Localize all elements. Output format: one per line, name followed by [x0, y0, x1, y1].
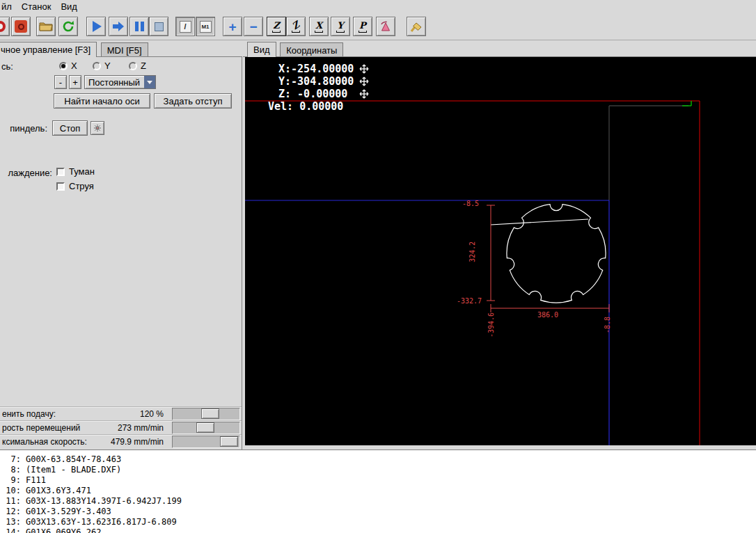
rotate-view-button[interactable]: [376, 17, 395, 36]
dim-bottom-left-label: -332.7: [457, 297, 482, 305]
toolbar: / M1 + − Z Z X: [0, 13, 756, 40]
zoom-in-button[interactable]: +: [223, 17, 242, 36]
gcode-line[interactable]: 11: G03X-13.883Y14.397I-6.942J7.199: [0, 496, 756, 507]
open-folder-icon: [39, 21, 53, 32]
gcode-line-number: 7:: [0, 454, 21, 465]
run-program-button[interactable]: [86, 17, 106, 36]
machine-power-button[interactable]: [11, 17, 31, 36]
max-velocity-slider-handle[interactable]: [220, 436, 238, 447]
max-velocity-value: 479.9 mm/min: [90, 437, 164, 447]
side-view-icon: X: [315, 21, 323, 33]
left-tabbar: чное управление [F3] MDI [F5]: [0, 42, 150, 56]
tab-manual-control[interactable]: чное управление [F3]: [0, 42, 97, 57]
stop-button[interactable]: [149, 17, 168, 36]
skip-lines-icon: /: [180, 21, 191, 33]
tab-dro[interactable]: Координаты: [280, 42, 343, 57]
jog-mode-value: Постоянный: [85, 77, 144, 88]
pause-button[interactable]: [129, 17, 149, 36]
gcode-line[interactable]: 9: F111: [0, 475, 756, 486]
gcode-line-number: 9:: [0, 475, 21, 486]
feed-override-slider[interactable]: [172, 408, 240, 420]
gcode-line[interactable]: 10: G01X3.6Y3.471: [0, 486, 756, 496]
rotate-cone-icon: [379, 20, 392, 33]
max-velocity-slider[interactable]: [172, 436, 240, 448]
zoom-in-icon: +: [228, 20, 236, 33]
feed-override-slider-handle[interactable]: [201, 408, 219, 419]
optional-stop-icon: M1: [200, 21, 212, 33]
linuxcnc-axis-window: йл Станок Вид: [0, 0, 756, 533]
jog-speed-value: 273 mm/min: [90, 423, 164, 433]
dim-right-label: -8.8: [604, 317, 611, 333]
jog-minus-button[interactable]: -: [54, 75, 67, 89]
axis-radio-z[interactable]: Z: [129, 61, 146, 71]
mist-label: Туман: [69, 166, 95, 177]
axis-radio-y[interactable]: Y: [93, 61, 111, 71]
step-arrow-icon: [111, 21, 125, 32]
gcode-line[interactable]: 12: G01X-3.529Y-3.403: [0, 507, 756, 517]
view-top-button[interactable]: Z: [267, 17, 286, 36]
menu-view[interactable]: Вид: [56, 0, 82, 13]
gcode-line-text: G01X6.069Y6.262: [26, 527, 101, 533]
preview-plot[interactable]: -8.5 324.2 -332.7 386.0 -394.6 -8.8 X:-2…: [245, 57, 756, 445]
step-button[interactable]: [109, 17, 128, 36]
rapid-moves: [245, 200, 609, 445]
tab-mdi[interactable]: MDI [F5]: [101, 42, 148, 57]
set-offset-button[interactable]: Задать отступ: [154, 93, 232, 109]
mist-checkbox-indicator: [56, 168, 65, 176]
power-icon: [15, 20, 27, 33]
gcode-line-number: 13:: [0, 517, 21, 527]
dim-height-label: 324.2: [468, 241, 476, 262]
optional-stop-toggle[interactable]: M1: [196, 17, 215, 36]
jog-plus-button[interactable]: +: [69, 75, 81, 89]
preview-canvas[interactable]: -8.5 324.2 -332.7 386.0 -394.6 -8.8 X:-2…: [245, 57, 756, 445]
feed-override-row: енить подачу: 120 %: [0, 406, 242, 420]
axis-radio-x[interactable]: X: [59, 61, 77, 71]
right-tabbar: Вид Координаты: [247, 42, 345, 56]
reload-file-button[interactable]: [58, 17, 78, 36]
jog-speed-slider[interactable]: [172, 422, 240, 434]
top-view-icon: Z: [272, 21, 281, 33]
jog-mode-dropdown[interactable]: Постоянный: [84, 75, 156, 89]
mist-checkbox[interactable]: Туман: [56, 166, 95, 177]
home-axis-button[interactable]: Найти начало оси: [54, 93, 150, 109]
gcode-line[interactable]: 14: G01X6.069Y6.262: [0, 527, 756, 533]
gcode-line[interactable]: 7: G00X-63.854Y-78.463: [0, 454, 756, 465]
tab-preview[interactable]: Вид: [247, 42, 276, 57]
rotated-top-view-icon: Z: [292, 21, 300, 33]
flood-checkbox[interactable]: Струя: [56, 181, 94, 191]
skip-lines-toggle[interactable]: /: [175, 17, 195, 36]
estop-icon: [0, 21, 6, 32]
pause-icon: [135, 22, 144, 31]
zoom-out-button[interactable]: −: [244, 17, 263, 36]
gcode-line[interactable]: 13: G03X13.63Y-13.623I6.817J-6.809: [0, 517, 756, 527]
dro-y: Y:-304.80000: [278, 75, 354, 88]
view-front-button[interactable]: Y: [331, 17, 350, 36]
radio-z-indicator: [129, 62, 137, 70]
program-extent-lines: [609, 106, 688, 200]
gcode-line-text: G00X-63.854Y-78.463: [26, 454, 121, 465]
clear-plot-button[interactable]: [407, 17, 426, 36]
dropdown-arrow-icon: [144, 76, 155, 88]
view-side-button[interactable]: X: [309, 17, 329, 36]
run-icon: [93, 21, 102, 32]
menu-file[interactable]: йл: [0, 0, 17, 13]
jog-speed-slider-handle[interactable]: [196, 422, 214, 433]
view-rotated-top-button[interactable]: Z: [286, 17, 306, 36]
gcode-listing[interactable]: 7: G00X-63.854Y-78.463 8: (Item1 - BLADE…: [0, 450, 756, 533]
radio-y-label: Y: [104, 61, 111, 71]
estop-button[interactable]: [0, 17, 10, 36]
radio-x-label: X: [71, 61, 77, 71]
gcode-line-number: 14:: [0, 527, 21, 533]
radio-z-label: Z: [141, 61, 146, 71]
dim-width-label: 386.0: [537, 311, 558, 319]
open-file-button[interactable]: [36, 17, 56, 36]
feed-override-value: 120 %: [90, 409, 164, 419]
spindle-brake-button[interactable]: [90, 121, 104, 135]
spindle-stop-button[interactable]: Стоп: [52, 120, 88, 136]
view-perspective-button[interactable]: P: [353, 17, 372, 36]
gcode-line[interactable]: 8: (Item1 - BLADE.DXF): [0, 465, 756, 475]
menu-machine[interactable]: Станок: [17, 0, 56, 13]
gcode-line-number: 8:: [0, 465, 21, 475]
toolpath-blade: [491, 205, 606, 303]
dro-x: X:-254.00000: [278, 63, 354, 75]
